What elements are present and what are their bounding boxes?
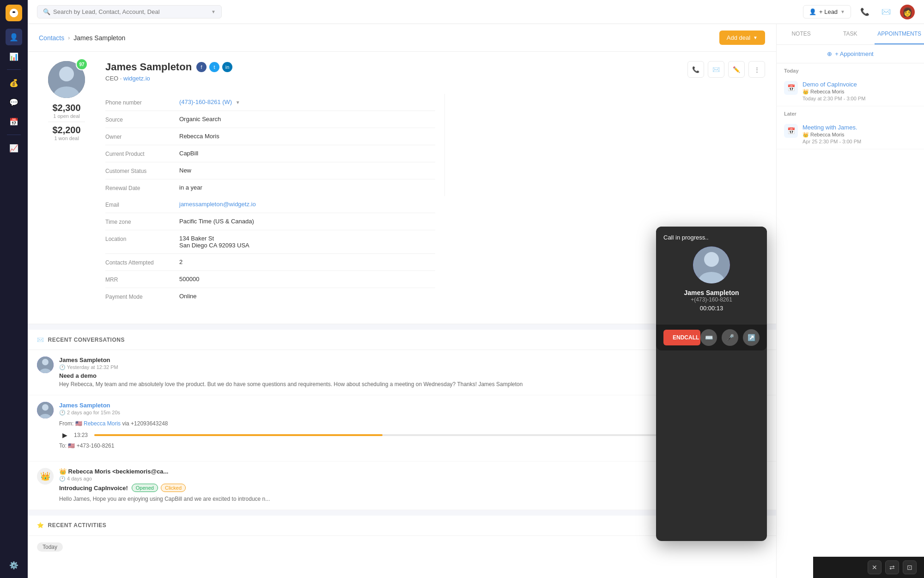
conv-content-3: 👑 Rebecca Moris <beckiemoris@ca... 🕐 4 d… <box>59 468 752 503</box>
sidebar-item-reports[interactable]: 📈 <box>6 140 22 156</box>
call-transfer-button[interactable]: ↗️ <box>743 329 760 346</box>
add-appointment-button[interactable]: ⊕ + Appointment <box>777 45 924 63</box>
twitter-icon[interactable]: t <box>209 62 219 72</box>
audio-current-time: 13:23 <box>74 432 91 438</box>
sidebar-item-dashboard[interactable]: 📊 <box>6 48 22 65</box>
field-owner: Owner Rebecca Moris <box>105 128 435 145</box>
sidebar-item-settings[interactable]: ⚙️ <box>6 557 22 573</box>
conv-sender-3: 👑 Rebecca Moris <beckiemoris@ca... <box>59 468 752 475</box>
tab-task[interactable]: TASK <box>826 24 875 44</box>
call-action-button[interactable]: 📞 <box>687 61 704 78</box>
field-email: Email jamessampleton@widgetz.io <box>105 196 435 213</box>
breadcrumb-parent[interactable]: Contacts <box>39 34 64 42</box>
to-label: To: <box>59 443 68 449</box>
breadcrumb: Contacts › James Sampleton <box>39 34 125 42</box>
to-line: To: 🇺🇸 +473-160-8261 <box>59 443 752 449</box>
plus-icon: ⊕ <box>827 50 832 57</box>
sidebar-item-contacts[interactable]: 👤 <box>6 29 22 45</box>
appointment-item-2[interactable]: 📅 Meeting with James. 👑 Rebecca Moris Ap… <box>777 119 924 149</box>
call-overlay: Call in progress.. James Sampleton +(473… <box>656 227 767 541</box>
audio-progress-fill <box>94 434 383 436</box>
conversations-label: RECENT CONVERSATIONS <box>48 337 125 343</box>
appointment-details-2: Meeting with James. 👑 Rebecca Moris Apr … <box>802 124 917 144</box>
field-value-source: Organic Search <box>179 116 221 123</box>
lead-button[interactable]: 👤 + Lead ▼ <box>803 5 851 18</box>
field-value-location: 134 Baker StSan Diego CA 92093 USA <box>179 235 249 249</box>
field-label-owner: Owner <box>105 133 179 140</box>
appointment-time-2: Apr 25 2:30 PM - 3:00 PM <box>802 139 917 144</box>
tab-notes[interactable]: NOTES <box>777 24 826 44</box>
conv-avatar-1 <box>37 357 54 373</box>
search-dropdown-icon[interactable]: ▼ <box>211 9 216 14</box>
activities-label: RECENT ACTIVITIES <box>48 522 107 529</box>
end-call-button[interactable]: ENDCALL <box>663 330 700 345</box>
edit-action-button[interactable]: ✏️ <box>728 61 745 78</box>
appointment-title-2[interactable]: Meeting with James. <box>802 124 917 131</box>
conv-subject-1: Need a demo <box>59 372 752 379</box>
conversations-title: ✉️ RECENT CONVERSATIONS <box>37 337 125 343</box>
topbar: 🔍 ▼ 👤 + Lead ▼ 📞 ✉️ 👩 <box>28 0 924 24</box>
search-icon: 🔍 <box>43 8 50 15</box>
user-avatar[interactable]: 👩 <box>900 5 915 19</box>
mute-button[interactable]: 🎤 <box>722 329 738 346</box>
email-tags: Opened Clicked <box>132 484 186 492</box>
contact-title: CEO <box>105 75 118 82</box>
search-input[interactable] <box>53 8 208 15</box>
appointment-item-1[interactable]: 📅 Demo of CapInvoice 👑 Rebecca Moris Tod… <box>777 76 924 106</box>
audio-progress-bar[interactable] <box>94 434 735 436</box>
contact-avatar: 97 <box>48 61 85 98</box>
add-deal-button[interactable]: Add deal ▼ <box>719 31 765 45</box>
email-icon[interactable]: ✉️ <box>879 5 894 19</box>
contact-company[interactable]: widgetz.io <box>123 75 150 82</box>
contact-score: 97 <box>76 58 88 70</box>
expand-overlay-button[interactable]: ⊡ <box>903 560 917 574</box>
facebook-icon[interactable]: f <box>196 62 207 72</box>
phone-dropdown-icon[interactable]: ▼ <box>236 100 240 105</box>
sidebar: 👤 📊 💰 💬 📅 📈 ⚙️ <box>0 0 28 578</box>
field-payment-mode: Payment Mode Online <box>105 288 435 305</box>
conv-time-3: 🕐 4 days ago <box>59 476 752 482</box>
tag-clicked: Clicked <box>161 484 186 492</box>
email-action-button[interactable]: ✉️ <box>708 61 724 78</box>
topbar-right: 👤 + Lead ▼ 📞 ✉️ 👩 <box>803 5 915 19</box>
field-timezone: Time zone Pacific Time (US & Canada) <box>105 213 435 230</box>
contact-header: James Sampleton f t in <box>105 61 232 73</box>
from-name[interactable]: Rebecca Moris <box>84 420 122 427</box>
appointment-title-1[interactable]: Demo of CapInvoice <box>802 81 917 88</box>
conv-content-2: James Sampleton 🕐 2 days ago for 15m 20s… <box>59 402 752 455</box>
conv-sender-2[interactable]: James Sampleton <box>59 402 752 409</box>
field-value-timezone: Pacific Time (US & Canada) <box>179 218 254 225</box>
field-phone: Phone number (473)-160-8261 (W) ▼ <box>105 94 435 111</box>
appointment-owner-2: 👑 Rebecca Moris <box>802 132 917 138</box>
field-label-email: Email <box>105 201 179 208</box>
svg-point-5 <box>42 359 49 365</box>
tab-appointments[interactable]: APPOINTMENTS <box>875 24 924 44</box>
transfer-overlay-button[interactable]: ⇄ <box>885 560 899 574</box>
conv-sender-1: James Sampleton <box>59 357 752 363</box>
breadcrumb-separator: › <box>68 35 70 41</box>
search-wrapper[interactable]: 🔍 ▼ <box>37 5 222 18</box>
app-logo[interactable] <box>6 5 22 21</box>
call-avatar <box>693 246 730 283</box>
activities-title: ⭐ RECENT ACTIVITIES <box>37 522 106 529</box>
sidebar-item-money[interactable]: 💰 <box>6 74 22 91</box>
lead-dropdown-icon[interactable]: ▼ <box>840 9 845 14</box>
contact-name: James Sampleton <box>105 61 192 73</box>
audio-row: From: 🇺🇸 Rebecca Moris via +12093643248 … <box>59 418 752 455</box>
field-value-email[interactable]: jamessampleton@widgetz.io <box>179 201 256 208</box>
dialpad-button[interactable]: ⌨️ <box>700 329 717 346</box>
close-overlay-button[interactable]: ✕ <box>868 560 881 574</box>
sidebar-item-calendar[interactable]: 📅 <box>6 113 22 130</box>
fields-right-col: Email jamessampleton@widgetz.io Time zon… <box>105 196 435 305</box>
linkedin-icon[interactable]: in <box>222 62 232 72</box>
sidebar-item-chat[interactable]: 💬 <box>6 94 22 111</box>
more-action-button[interactable]: ⋮ <box>748 61 765 78</box>
play-button[interactable]: ▶ <box>59 430 70 441</box>
field-label-phone: Phone number <box>105 98 179 106</box>
conv-content-1: James Sampleton 🕐 Yesterday at 12:32 PM … <box>59 357 752 388</box>
field-value-phone[interactable]: (473)-160-8261 (W) ▼ <box>179 98 240 106</box>
appointment-calendar-icon-2: 📅 <box>784 124 798 138</box>
field-value-payment-mode: Online <box>179 293 197 300</box>
phone-icon[interactable]: 📞 <box>857 5 872 19</box>
social-icons: f t in <box>196 62 232 72</box>
